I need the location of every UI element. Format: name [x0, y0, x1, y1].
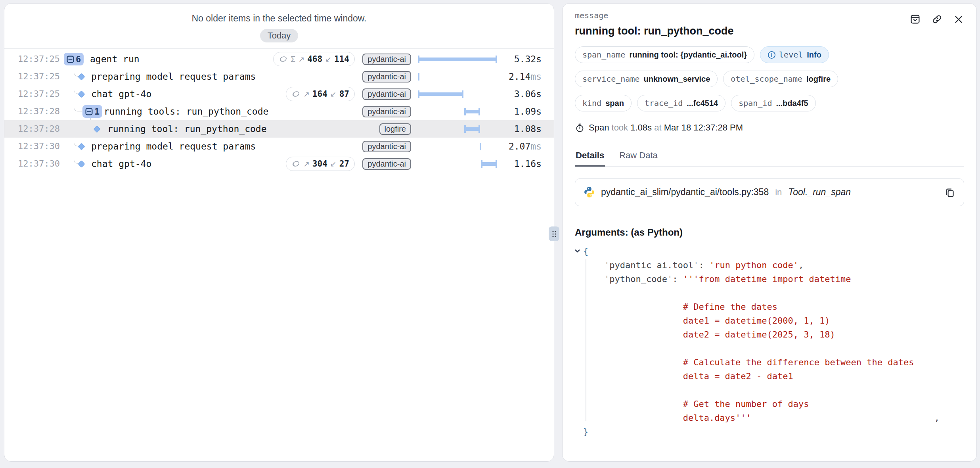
code-line: # Define the dates: [583, 300, 964, 314]
timeline-bar: [418, 92, 463, 96]
span-diamond-icon: [78, 73, 85, 80]
attribute-key: level: [779, 50, 803, 59]
trace-row[interactable]: 12:37:25chat gpt-4o↗164↙87pydantic-ai3.0…: [4, 85, 554, 103]
panel-resize-handle[interactable]: [549, 226, 559, 241]
attribute-value: ...fc4514: [687, 99, 718, 108]
timeline-bar: [464, 110, 480, 113]
span-name: preparing model request params: [91, 68, 256, 85]
code-line: [583, 341, 964, 355]
copy-source-button[interactable]: [944, 186, 956, 198]
attribute-key: kind: [582, 98, 601, 108]
source-path: pydantic_ai_slim/pydantic_ai/tools.py:35…: [601, 187, 769, 198]
scope-tag: pydantic-ai: [362, 54, 411, 65]
today-button[interactable]: Today: [260, 29, 299, 42]
code-line: date1 = datetime(2000, 1, 1): [583, 314, 964, 328]
span-duration: 5.32s: [514, 50, 542, 68]
code-line: # Get the number of days: [583, 397, 964, 411]
collapse-count-badge[interactable]: 1: [82, 105, 102, 118]
attribute-value: ...bda4f5: [776, 99, 808, 108]
attribute-key: trace_id: [645, 98, 683, 108]
scope-tag: pydantic-ai: [362, 88, 411, 100]
copy-link-button[interactable]: [931, 13, 943, 25]
attribute-pill-kind[interactable]: kindspan: [575, 95, 632, 111]
attribute-key: service_name: [582, 74, 640, 84]
stopwatch-icon: [575, 123, 585, 133]
attribute-pill-trace_id[interactable]: trace_id...fc4514: [637, 95, 725, 111]
attribute-pill-span_name[interactable]: span_namerunning tool: {pydantic_ai.tool…: [575, 46, 754, 63]
code-line: [583, 286, 964, 300]
span-duration: 3.06s: [514, 85, 542, 103]
attribute-key: otel_scope_name: [731, 74, 802, 84]
timeline-bar: [481, 162, 497, 166]
source-location[interactable]: pydantic_ai_slim/pydantic_ai/tools.py:35…: [575, 178, 964, 206]
code-line: }: [583, 425, 964, 439]
span-name: preparing model request params: [91, 138, 256, 155]
span-duration: 1.09s: [514, 103, 542, 120]
trace-row[interactable]: 12:37:30chat gpt-4o↗304↙27pydantic-ai1.1…: [4, 155, 554, 173]
tokens-sent-arrow-icon: ↗: [298, 55, 304, 64]
attribute-key: span_id: [739, 98, 772, 108]
tokens-received-arrow-icon: ↙: [330, 159, 337, 169]
timeline-cell: [418, 155, 497, 173]
attribute-pill-service_name[interactable]: service_nameunknown_service: [575, 71, 718, 87]
tokens-sent: 468: [307, 54, 322, 64]
collapse-count-badge[interactable]: 6: [64, 53, 84, 65]
code-line: delta = date2 - date1: [583, 369, 964, 383]
tokens-received: 87: [339, 89, 349, 99]
code-line: [583, 383, 964, 397]
trace-row[interactable]: 12:37:30preparing model request paramspy…: [4, 138, 554, 155]
timeline-bar: [418, 58, 497, 61]
attribute-pills: span_namerunning tool: {pydantic_ai.tool…: [575, 46, 964, 111]
dock-bottom-icon: [910, 14, 921, 25]
trace-row[interactable]: 12:37:281running tools: run_python_codep…: [4, 103, 554, 120]
code-line: 'pydantic_ai.tool': 'run_python_code',: [583, 258, 964, 272]
scope-tag: logfire: [379, 123, 411, 135]
scope-tag-column: pydantic-ai: [360, 155, 411, 173]
empty-notice: No older items in the selected time wind…: [4, 4, 554, 24]
code-line: delta.days''',: [583, 411, 964, 425]
trace-row[interactable]: 12:37:25preparing model request paramspy…: [4, 68, 554, 85]
info-icon: [768, 51, 776, 59]
trace-list-panel: No older items in the selected time wind…: [4, 3, 554, 462]
trace-row[interactable]: 12:37:28running tool: run_python_codelog…: [4, 120, 554, 138]
row-timestamp: 12:37:25: [11, 50, 60, 68]
span-diamond-icon: [78, 160, 85, 167]
collapse-json-chevron-icon[interactable]: [574, 247, 581, 254]
span-duration: 1.08s: [514, 120, 542, 138]
timeline-tick: [480, 143, 481, 150]
grip-dots-icon: [551, 230, 557, 238]
attribute-pill-span_id[interactable]: span_id...bda4f5: [731, 95, 815, 111]
detail-header-actions: [909, 13, 965, 25]
scope-tag-column: pydantic-ai: [360, 85, 411, 103]
tab-details[interactable]: Details: [575, 150, 605, 167]
trace-rows: 12:37:256agent runΣ↗468↙114pydantic-ai5.…: [4, 50, 554, 173]
span-name: running tool: run_python_code: [107, 120, 267, 138]
attribute-pill-row: kindspantrace_id...fc4514span_id...bda4f…: [575, 95, 964, 111]
close-panel-button[interactable]: [953, 13, 965, 25]
attribute-pill-level[interactable]: levelInfo: [760, 46, 829, 63]
link-icon: [932, 14, 942, 25]
span-diamond-icon: [78, 143, 85, 150]
scope-tag: pydantic-ai: [362, 71, 411, 82]
collapse-minus-icon: [67, 56, 74, 63]
attribute-value: logfire: [806, 75, 831, 84]
tokens-sent: 304: [312, 159, 327, 169]
sigma-icon: Σ: [291, 54, 295, 64]
timeline-cell: [418, 85, 497, 103]
row-timestamp: 12:37:25: [11, 85, 60, 103]
tab-raw-data[interactable]: Raw Data: [618, 150, 658, 166]
scope-tag-column: pydantic-ai: [360, 103, 411, 120]
attribute-value: Info: [807, 50, 821, 59]
timeline-tick: [418, 73, 419, 81]
scope-tag: pydantic-ai: [362, 158, 411, 170]
close-icon: [953, 14, 964, 25]
trace-row[interactable]: 12:37:256agent runΣ↗468↙114pydantic-ai5.…: [4, 50, 554, 68]
span-duration: 1.16s: [514, 155, 542, 173]
child-count: 6: [76, 54, 81, 64]
tokens-received-arrow-icon: ↙: [330, 90, 337, 99]
detail-tabs: Details Raw Data: [575, 150, 964, 167]
dock-panel-button[interactable]: [909, 13, 921, 25]
attribute-pill-otel_scope_name[interactable]: otel_scope_namelogfire: [723, 71, 838, 87]
timing-text: Span took 1.08s at Mar 18 12:37:28 PM: [589, 123, 743, 133]
scope-tag-column: pydantic-ai: [360, 68, 411, 85]
